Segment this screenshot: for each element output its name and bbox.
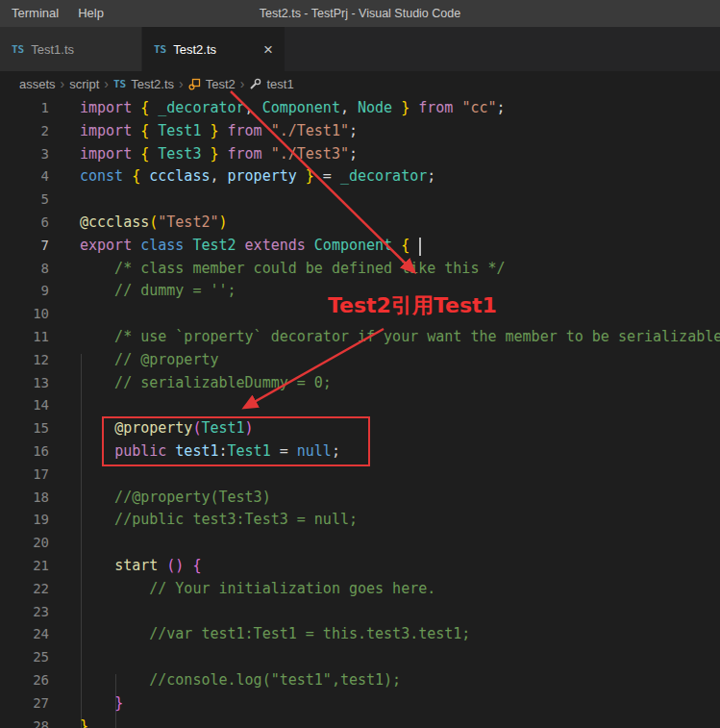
code-token: from [219, 122, 271, 139]
line-number[interactable]: 15 [0, 417, 49, 440]
code-token: , [210, 167, 227, 185]
menu-bar: Terminal Help [0, 0, 113, 27]
menu-item-help[interactable]: Help [68, 0, 113, 27]
line-number[interactable]: 10 [0, 303, 49, 326]
code-token: "cc" [461, 99, 496, 116]
breadcrumb-item-assets[interactable]: assets [19, 77, 56, 91]
line-number[interactable]: 1 [0, 97, 49, 120]
code-line[interactable]: 12 // @property [0, 349, 720, 372]
code-token: { [192, 557, 201, 574]
code-token: ; [427, 167, 435, 185]
breadcrumb-item-class[interactable]: Test2 [188, 77, 236, 91]
code-line[interactable]: 6@ccclass("Test2") [0, 212, 720, 235]
line-number[interactable]: 26 [0, 669, 49, 692]
code-text: import { Test1 } from "./Test1"; [49, 120, 358, 143]
menu-item-terminal[interactable]: Terminal [2, 0, 68, 27]
code-token: from [410, 99, 461, 116]
code-token: import [80, 122, 140, 139]
code-token: import [80, 145, 140, 163]
line-number[interactable]: 19 [0, 509, 49, 532]
tab-test1-ts[interactable]: TS Test1.ts [0, 27, 142, 71]
breadcrumb-item-member[interactable]: test1 [249, 77, 293, 91]
line-number[interactable]: 18 [0, 487, 49, 510]
line-number[interactable]: 16 [0, 440, 49, 464]
ts-file-icon: TS [12, 43, 24, 56]
code-line[interactable]: 19 //public test3:Test3 = null; [0, 509, 720, 532]
line-number[interactable]: 12 [0, 349, 49, 372]
tab-label: Test1.ts [31, 42, 74, 57]
line-number[interactable]: 22 [0, 578, 49, 601]
code-line[interactable]: 27 } [0, 692, 720, 715]
code-line[interactable]: 3import { Test3 } from "./Test3"; [0, 143, 720, 166]
code-token [149, 122, 158, 139]
code-line[interactable]: 15 @property(Test1) [0, 417, 720, 440]
line-number[interactable]: 21 [0, 555, 49, 578]
line-number[interactable]: 8 [0, 258, 49, 281]
breadcrumb-item-file[interactable]: TS Test2.ts [113, 77, 174, 91]
code-line[interactable]: 25 [0, 646, 720, 669]
line-number[interactable]: 5 [0, 188, 49, 212]
code-token: /* class member could be defined like th… [80, 260, 506, 277]
chevron-right-icon: › [236, 76, 250, 91]
line-number[interactable]: 20 [0, 532, 49, 555]
line-number[interactable]: 9 [0, 280, 49, 303]
line-number[interactable]: 17 [0, 464, 49, 487]
line-number[interactable]: 25 [0, 646, 49, 669]
code-line[interactable]: 22 // Your initialization goes here. [0, 578, 720, 601]
line-number[interactable]: 28 [0, 715, 49, 728]
code-line[interactable]: 8 /* class member could be defined like … [0, 258, 720, 281]
line-number[interactable]: 7 [0, 235, 49, 258]
code-line[interactable]: 28} [0, 715, 720, 728]
code-line[interactable]: 14 [0, 394, 720, 417]
code-line[interactable]: 2import { Test1 } from "./Test1"; [0, 120, 720, 143]
code-token: export [80, 237, 140, 254]
code-line[interactable]: 21 start () { [0, 555, 720, 578]
code-token [140, 167, 149, 185]
line-number[interactable]: 14 [0, 394, 49, 417]
breadcrumb-label: test1 [266, 77, 293, 91]
code-line[interactable]: 1import { _decorator, Component, Node } … [0, 97, 720, 120]
code-line[interactable]: 16 public test1:Test1 = null; [0, 440, 720, 464]
code-token: Test1 [228, 442, 271, 460]
tab-test2-ts[interactable]: TS Test2.ts × [142, 27, 285, 71]
code-editor[interactable]: 1import { _decorator, Component, Node } … [0, 96, 720, 728]
line-number[interactable]: 27 [0, 692, 49, 715]
code-token: @property [114, 419, 192, 437]
close-icon[interactable]: × [263, 41, 273, 58]
code-line[interactable]: 18 //@property(Test3) [0, 487, 720, 510]
code-token: extends [236, 237, 314, 254]
line-number[interactable]: 13 [0, 372, 49, 395]
line-number[interactable]: 4 [0, 165, 49, 188]
code-line[interactable]: 11 /* use `property` decorator if your w… [0, 326, 720, 349]
code-line[interactable]: 24 //var test1:Test1 = this.test3.test1; [0, 623, 720, 646]
code-line[interactable]: 17 [0, 464, 720, 487]
code-line[interactable]: 9 // dummy = ''; [0, 280, 720, 303]
breadcrumb-item-script[interactable]: script [69, 77, 99, 91]
line-number[interactable]: 11 [0, 326, 49, 349]
code-token: /* use `property` decorator if your want… [80, 328, 720, 345]
code-text [49, 394, 80, 417]
code-token: , [340, 99, 358, 116]
code-line[interactable]: 23 [0, 601, 720, 624]
code-line[interactable]: 4const { ccclass, property } = _decorato… [0, 165, 720, 188]
title-bar: Test2.ts - TestPrj - Visual Studio Code … [0, 0, 720, 27]
code-token: //var test1:Test1 = this.test3.test1; [80, 625, 470, 642]
code-text [49, 532, 80, 555]
line-number[interactable]: 6 [0, 212, 49, 235]
code-line[interactable]: 20 [0, 532, 720, 555]
line-number[interactable]: 23 [0, 601, 49, 624]
code-line[interactable]: 7export class Test2 extends Component { [0, 235, 720, 258]
code-line[interactable]: 13 // serializableDummy = 0; [0, 372, 720, 395]
breadcrumb-label: Test2 [206, 77, 236, 91]
code-text [49, 601, 80, 624]
code-line[interactable]: 26 //console.log("test1",test1); [0, 669, 720, 692]
code-token: test1 [175, 442, 218, 460]
code-token: } [306, 167, 314, 185]
line-number[interactable]: 24 [0, 623, 49, 646]
code-text: // serializableDummy = 0; [49, 372, 332, 395]
code-text: public test1:Test1 = null; [49, 440, 340, 464]
code-line[interactable]: 10 [0, 303, 720, 326]
line-number[interactable]: 3 [0, 143, 49, 166]
code-line[interactable]: 5 [0, 188, 720, 212]
line-number[interactable]: 2 [0, 120, 49, 143]
